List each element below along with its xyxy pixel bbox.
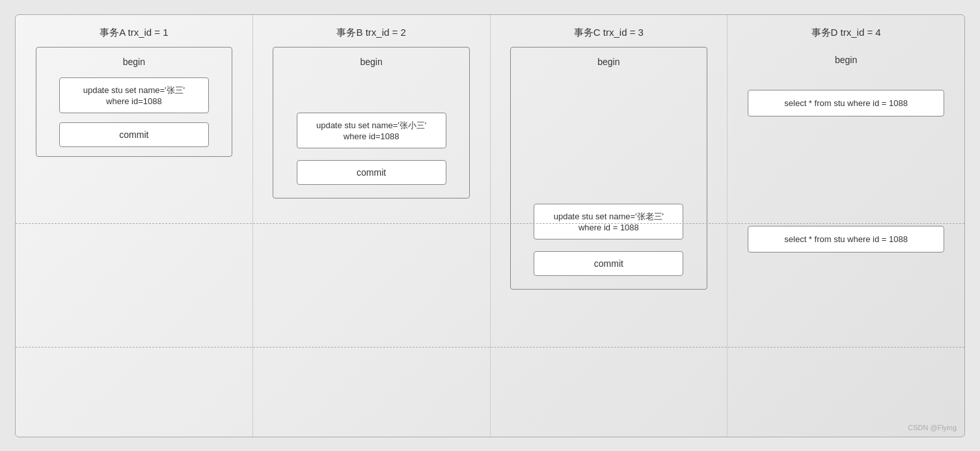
column-d: 事务D trx_id = 4 begin select * from stu w…: [728, 15, 964, 437]
sql-box-b-0: update stu set name='张小三'where id=1088: [297, 113, 446, 148]
sql-box-a-0: update stu set name='张三'where id=1088: [59, 77, 209, 113]
col-c-content: begin update stu set name='张老三'where id …: [497, 47, 721, 303]
transaction-box-a: begin update stu set name='张三'where id=1…: [36, 47, 233, 157]
begin-label-d: begin: [734, 47, 958, 70]
column-b: 事务B trx_id = 2 begin update stu set name…: [253, 15, 491, 437]
commit-box-b: commit: [297, 160, 446, 185]
col-b-content: begin update stu set name='张小三'where id=…: [260, 47, 483, 212]
commit-box-a: commit: [59, 122, 209, 147]
commit-box-c: commit: [534, 251, 683, 276]
sql-box-d-1: select * from stu where id = 1088: [748, 226, 945, 253]
sql-box-d-0: select * from stu where id = 1088: [748, 90, 945, 116]
sql-box-c-0: update stu set name='张老三'where id = 1088: [534, 204, 683, 239]
begin-label-b: begin: [360, 57, 382, 67]
column-a: 事务A trx_id = 1 begin update stu set name…: [16, 15, 253, 437]
columns-area: 事务A trx_id = 1 begin update stu set name…: [16, 15, 964, 437]
begin-label-c: begin: [597, 57, 619, 67]
divider-line-2: [16, 347, 964, 348]
begin-label-a: begin: [123, 57, 145, 67]
transaction-box-c: begin update stu set name='张老三'where id …: [510, 47, 707, 290]
col-d-content: begin select * from stu where id = 1088 …: [734, 47, 958, 258]
column-a-header: 事务A trx_id = 1: [100, 15, 168, 47]
transaction-box-b: begin update stu set name='张小三'where id=…: [273, 47, 470, 198]
column-c-header: 事务C trx_id = 3: [574, 15, 644, 47]
diagram-container: 事务A trx_id = 1 begin update stu set name…: [15, 14, 965, 437]
column-d-header: 事务D trx_id = 4: [811, 15, 881, 47]
watermark: CSDN @Flying: [908, 424, 957, 431]
divider-line-1: [16, 223, 964, 224]
col-a-content: begin update stu set name='张三'where id=1…: [22, 47, 246, 170]
column-c: 事务C trx_id = 3 begin update stu set name…: [491, 15, 728, 437]
column-b-header: 事务B trx_id = 2: [336, 15, 405, 47]
